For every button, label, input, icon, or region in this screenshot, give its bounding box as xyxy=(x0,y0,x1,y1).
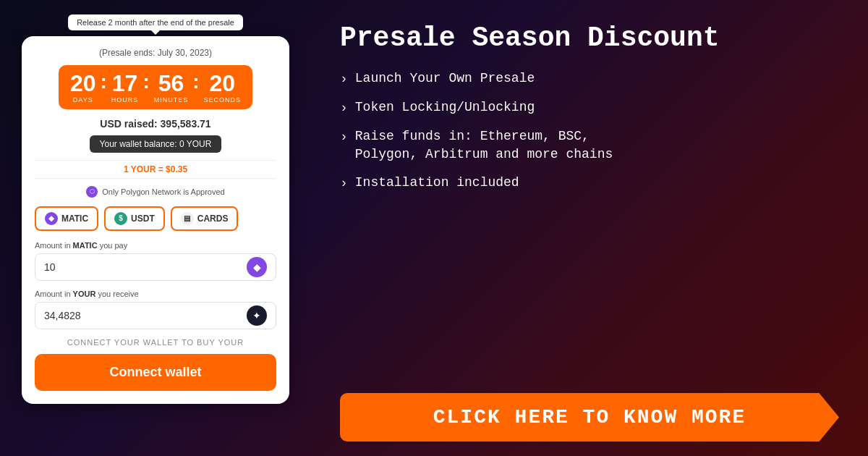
cards-icon: ▤ xyxy=(181,212,194,225)
feature-item-2: › Token Locking/Unlocking xyxy=(340,98,839,117)
presale-card: (Presale ends: July 30, 2023) 20 DAYS : … xyxy=(22,36,289,404)
pay-input-label: Amount in MATIC you pay xyxy=(35,241,276,250)
matic-icon: ◆ xyxy=(45,212,58,225)
countdown-timer: 20 DAYS : 17 HOURS : 56 MINUTES : 20 SEC… xyxy=(59,65,252,109)
feature-item-3: › Raise funds in: Ethereum, BSC,Polygon,… xyxy=(340,127,839,164)
chevron-icon-4: › xyxy=(340,174,348,193)
countdown-days: 20 DAYS xyxy=(70,72,96,104)
pay-input-row: ◆ xyxy=(35,253,276,281)
cta-banner[interactable]: CLICK HERE TO KNOW MORE xyxy=(340,393,839,442)
sep-2: : xyxy=(142,71,149,104)
countdown-minutes: 56 MINUTES xyxy=(154,72,189,104)
chevron-icon-1: › xyxy=(340,70,348,88)
main-title: Presale Season Discount xyxy=(340,22,839,55)
your-circle-icon: ✦ xyxy=(247,305,267,326)
feature-text-3: Raise funds in: Ethereum, BSC,Polygon, A… xyxy=(355,127,613,164)
feature-text-4: Installation included xyxy=(355,174,519,192)
sep-1: : xyxy=(101,71,107,104)
receive-amount-input[interactable] xyxy=(35,303,238,329)
countdown-hours: 17 HOURS xyxy=(111,72,139,104)
rate-display: 1 YOUR = $0.35 xyxy=(35,160,276,179)
sep-3: : xyxy=(192,71,199,104)
chevron-icon-2: › xyxy=(340,99,348,117)
receive-input-icon: ✦ xyxy=(238,305,276,326)
connect-wallet-button[interactable]: Connect wallet xyxy=(35,354,276,391)
countdown-seconds: 20 SECONDS xyxy=(204,72,242,104)
matic-circle-icon: ◆ xyxy=(247,257,267,277)
matic-button[interactable]: ◆ MATIC xyxy=(35,206,98,231)
usdt-label: USDT xyxy=(131,214,155,224)
wallet-balance: Your wallet balance: 0 YOUR xyxy=(90,135,222,153)
feature-text-1: Launch Your Own Presale xyxy=(355,69,535,88)
main-container: Release 2 month after the end of the pre… xyxy=(0,0,868,456)
chevron-icon-3: › xyxy=(340,128,348,146)
cards-button[interactable]: ▤ CARDS xyxy=(171,206,239,231)
presale-ends: (Presale ends: July 30, 2023) xyxy=(99,48,212,58)
feature-item-4: › Installation included xyxy=(340,174,839,193)
network-text: Only Polygon Network is Approved xyxy=(102,187,224,196)
feature-text-2: Token Locking/Unlocking xyxy=(355,98,535,117)
pay-input-icon: ◆ xyxy=(238,257,276,277)
left-panel: Release 2 month after the end of the pre… xyxy=(0,0,311,456)
usdt-icon: $ xyxy=(114,212,127,225)
usd-raised: USD raised: 395,583.71 xyxy=(100,118,210,130)
matic-label: MATIC xyxy=(61,214,88,224)
feature-item-1: › Launch Your Own Presale xyxy=(340,69,839,88)
features-list: › Launch Your Own Presale › Token Lockin… xyxy=(340,69,839,381)
usdt-button[interactable]: $ USDT xyxy=(104,206,165,231)
payment-methods: ◆ MATIC $ USDT ▤ CARDS xyxy=(35,206,276,231)
right-panel: Presale Season Discount › Launch Your Ow… xyxy=(311,0,868,456)
cards-label: CARDS xyxy=(197,214,229,224)
receive-input-row: ✦ xyxy=(35,302,276,329)
cta-text: CLICK HERE TO KNOW MORE xyxy=(433,406,746,428)
connect-wallet-text: CONNECT YOUR WALLET TO BUY YOUR xyxy=(67,338,244,347)
receive-input-label: Amount in YOUR you receive xyxy=(35,290,276,298)
tooltip-box: Release 2 month after the end of the pre… xyxy=(68,14,243,30)
polygon-icon: ⬡ xyxy=(86,186,98,198)
pay-amount-input[interactable] xyxy=(35,254,238,280)
tooltip-text: Release 2 month after the end of the pre… xyxy=(77,18,234,27)
network-info: ⬡ Only Polygon Network is Approved xyxy=(86,186,224,198)
